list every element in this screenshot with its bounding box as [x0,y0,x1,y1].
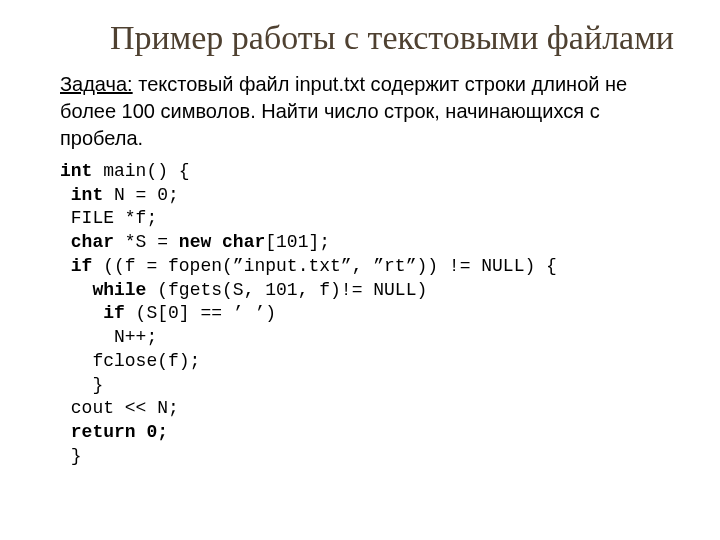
code-text: N++; [60,327,157,347]
code-text: FILE *f; [60,208,157,228]
code-kw: return 0; [60,422,168,442]
code-text: } [60,446,82,466]
task-label: Задача: [60,73,133,95]
code-text: (fgets(S, 101, f)!= NULL) [146,280,427,300]
slide-title: Пример работы с текстовыми файлами [110,18,680,59]
code-kw: char [60,232,114,252]
code-kw: int [60,185,103,205]
code-text: N = 0; [103,185,179,205]
code-kw: if [60,303,125,323]
task-text: текстовый файл input.txt содержит строки… [60,73,627,149]
code-text: cout << N; [60,398,179,418]
code-kw: while [60,280,146,300]
code-text: ((f = fopen(”input.txt”, ”rt”)) != NULL)… [92,256,556,276]
task-paragraph: Задача: текстовый файл input.txt содержи… [60,71,680,152]
code-kw: new char [179,232,265,252]
code-kw: if [60,256,92,276]
code-text: *S = [114,232,179,252]
code-text: [101]; [265,232,330,252]
slide: Пример работы с текстовыми файлами Задач… [0,0,720,540]
code-text: (S[0] == ’ ’) [125,303,276,323]
code-text: main() { [92,161,189,181]
code-text: } [60,375,103,395]
code-text: fclose(f); [60,351,200,371]
code-kw: int [60,161,92,181]
code-block: int main() { int N = 0; FILE *f; char *S… [60,160,680,469]
